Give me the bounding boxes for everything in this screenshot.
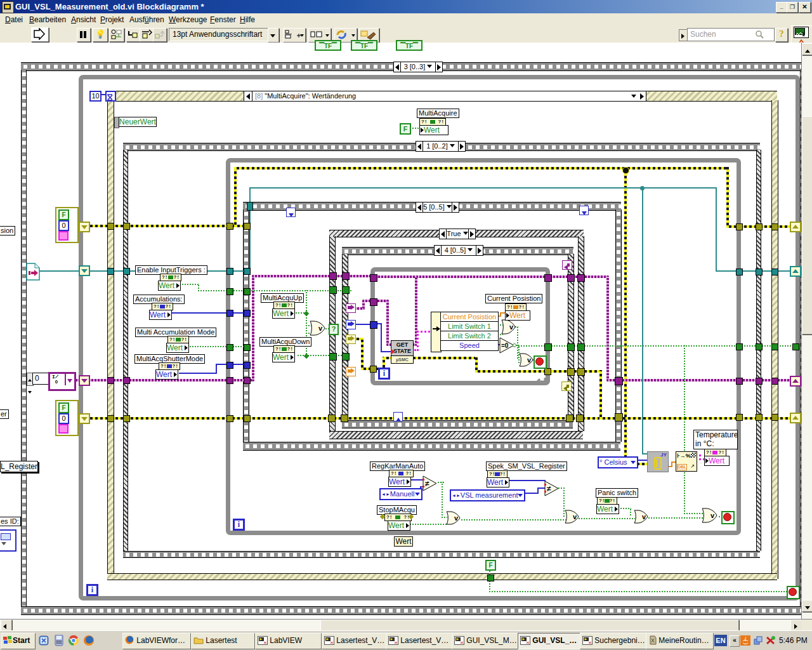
svg-text:≠: ≠ (547, 484, 551, 493)
svg-text:v: v (642, 513, 646, 521)
svg-text:=0: =0 (501, 342, 509, 349)
svg-text:≠: ≠ (425, 479, 429, 488)
svg-text:v: v (509, 323, 514, 331)
svg-text:v: v (454, 514, 459, 522)
svg-text:v: v (710, 512, 715, 519)
svg-text:v: v (573, 513, 577, 521)
svg-text:v: v (527, 356, 532, 364)
svg-text:v: v (318, 324, 323, 332)
